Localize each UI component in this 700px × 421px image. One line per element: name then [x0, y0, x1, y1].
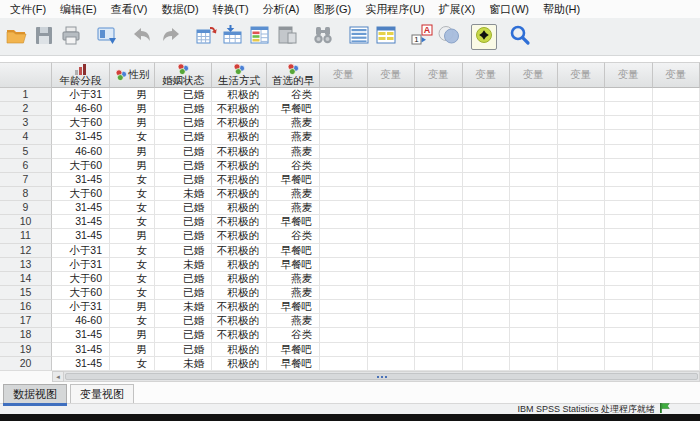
data-cell[interactable] — [510, 258, 558, 272]
data-cell[interactable]: 不积极的 — [212, 328, 267, 342]
data-cell[interactable] — [320, 286, 368, 300]
data-cell[interactable]: 未婚 — [155, 258, 212, 272]
column-header-empty-var[interactable]: 变量 — [463, 62, 511, 88]
data-cell[interactable] — [653, 314, 700, 328]
data-cell[interactable] — [605, 116, 653, 130]
column-header-empty-var[interactable]: 变量 — [653, 62, 700, 88]
data-cell[interactable]: 已婚 — [155, 244, 212, 258]
data-cell[interactable] — [558, 343, 606, 357]
data-cell[interactable] — [368, 328, 416, 342]
data-cell[interactable]: 已婚 — [155, 201, 212, 215]
data-cell[interactable] — [558, 201, 606, 215]
data-cell[interactable] — [368, 343, 416, 357]
data-cell[interactable] — [605, 272, 653, 286]
data-cell[interactable]: 31-45 — [52, 328, 110, 342]
data-cell[interactable]: 31-45 — [52, 229, 110, 243]
data-cell[interactable] — [368, 102, 416, 116]
tab-variable-view[interactable]: 变量视图 — [70, 384, 134, 403]
data-cell[interactable] — [558, 173, 606, 187]
data-cell[interactable] — [510, 343, 558, 357]
menu-edit[interactable]: 编辑(E) — [53, 1, 104, 18]
data-cell[interactable] — [368, 244, 416, 258]
data-cell[interactable] — [605, 343, 653, 357]
recall-dialogs-button[interactable] — [93, 22, 120, 52]
scroll-left-arrow[interactable]: ◄ — [52, 371, 64, 382]
data-cell[interactable]: 31-45 — [52, 215, 110, 229]
data-cell[interactable]: 31-45 — [52, 343, 110, 357]
data-cell[interactable] — [368, 215, 416, 229]
data-cell[interactable] — [510, 314, 558, 328]
data-cell[interactable]: 早餐吧 — [267, 102, 320, 116]
data-cell[interactable]: 积极的 — [212, 201, 267, 215]
data-cell[interactable]: 已婚 — [155, 314, 212, 328]
data-cell[interactable] — [463, 244, 511, 258]
row-number[interactable]: 6 — [0, 159, 52, 173]
data-cell[interactable]: 谷类 — [267, 328, 320, 342]
data-cell[interactable]: 男 — [110, 88, 155, 102]
menu-view[interactable]: 查看(V) — [104, 1, 155, 18]
data-cell[interactable] — [653, 300, 700, 314]
data-cell[interactable] — [558, 130, 606, 144]
data-cell[interactable] — [320, 258, 368, 272]
data-cell[interactable] — [415, 187, 463, 201]
data-cell[interactable] — [320, 343, 368, 357]
data-cell[interactable] — [653, 357, 700, 371]
data-cell[interactable] — [415, 173, 463, 187]
data-cell[interactable]: 不积极的 — [212, 314, 267, 328]
data-cell[interactable]: 男 — [110, 145, 155, 159]
data-cell[interactable]: 已婚 — [155, 145, 212, 159]
data-cell[interactable]: 46-60 — [52, 145, 110, 159]
data-cell[interactable] — [320, 272, 368, 286]
insert-variable-button[interactable] — [273, 22, 300, 52]
menu-window[interactable]: 窗口(W) — [482, 1, 536, 18]
data-cell[interactable]: 小于31 — [52, 88, 110, 102]
data-cell[interactable] — [463, 88, 511, 102]
data-cell[interactable]: 早餐吧 — [267, 357, 320, 371]
menu-transform[interactable]: 转换(T) — [206, 1, 256, 18]
data-cell[interactable]: 已婚 — [155, 272, 212, 286]
data-cell[interactable] — [320, 215, 368, 229]
data-cell[interactable]: 谷类 — [267, 88, 320, 102]
data-cell[interactable]: 女 — [110, 244, 155, 258]
data-cell[interactable] — [463, 357, 511, 371]
data-cell[interactable] — [558, 145, 606, 159]
data-cell[interactable] — [415, 272, 463, 286]
data-cell[interactable] — [320, 328, 368, 342]
data-cell[interactable] — [415, 343, 463, 357]
data-cell[interactable]: 已婚 — [155, 343, 212, 357]
data-cell[interactable] — [605, 215, 653, 229]
menu-data[interactable]: 数据(D) — [154, 1, 205, 18]
data-cell[interactable]: 不积极的 — [212, 300, 267, 314]
data-cell[interactable] — [320, 159, 368, 173]
data-cell[interactable] — [463, 314, 511, 328]
data-cell[interactable] — [368, 229, 416, 243]
data-cell[interactable] — [558, 244, 606, 258]
data-cell[interactable]: 早餐吧 — [267, 258, 320, 272]
data-cell[interactable]: 男 — [110, 300, 155, 314]
data-cell[interactable] — [510, 357, 558, 371]
menu-analyze[interactable]: 分析(A) — [256, 1, 307, 18]
data-cell[interactable]: 积极的 — [212, 88, 267, 102]
data-cell[interactable]: 大于60 — [52, 286, 110, 300]
data-cell[interactable]: 已婚 — [155, 102, 212, 116]
data-cell[interactable]: 31-45 — [52, 173, 110, 187]
data-cell[interactable] — [463, 300, 511, 314]
data-cell[interactable]: 女 — [110, 130, 155, 144]
data-cell[interactable] — [605, 357, 653, 371]
data-cell[interactable] — [605, 159, 653, 173]
data-cell[interactable]: 女 — [110, 286, 155, 300]
variables-button[interactable] — [246, 22, 273, 52]
data-cell[interactable] — [368, 201, 416, 215]
data-cell[interactable]: 男 — [110, 102, 155, 116]
data-cell[interactable] — [605, 145, 653, 159]
row-number[interactable]: 7 — [0, 173, 52, 187]
row-number[interactable]: 2 — [0, 102, 52, 116]
data-cell[interactable]: 31-45 — [52, 130, 110, 144]
data-cell[interactable] — [510, 159, 558, 173]
data-cell[interactable] — [320, 116, 368, 130]
data-cell[interactable] — [463, 229, 511, 243]
data-cell[interactable]: 女 — [110, 357, 155, 371]
data-cell[interactable] — [653, 88, 700, 102]
data-cell[interactable] — [320, 187, 368, 201]
data-cell[interactable]: 不积极的 — [212, 145, 267, 159]
